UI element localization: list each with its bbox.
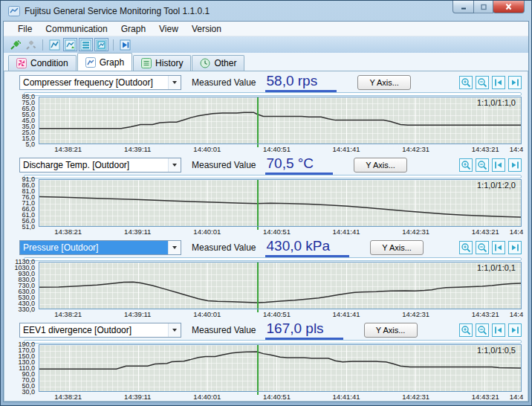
scroll-left-button[interactable] [492,76,505,89]
zoom-in-button[interactable] [459,76,473,89]
zoom-in-button[interactable] [459,323,473,337]
chevron-down-icon[interactable] [168,323,181,337]
scroll-left-button[interactable] [492,158,505,172]
graph-tab-page: Compresser frequency [Outdoor] Measured … [4,71,528,402]
x-axis-labels: 14:38:2114:39:1114:40:0114:40:5114:41:41… [39,392,522,402]
scale-ratio: 1:1,0/1:1,0 [477,98,516,107]
channel-select[interactable]: Discharge Temp. [Outdoor] [19,158,181,173]
series-line [39,97,521,144]
tab-label: Graph [100,57,124,68]
plot-area[interactable]: 1:1,0/1:0,1 [39,262,522,309]
chevron-down-icon[interactable] [168,76,181,89]
scroll-right-button[interactable] [508,158,522,172]
graph-panel: Discharge Temp. [Outdoor] Measured Value… [4,155,528,237]
tab-history[interactable]: History [133,55,191,71]
scroll-right-button[interactable] [508,241,522,254]
series-line [39,262,521,309]
zoom-controls [459,76,522,89]
chevron-down-icon[interactable] [168,158,181,172]
menu-view[interactable]: View [152,22,185,36]
tab-bar: Condition Graph History [4,53,528,71]
graph-zoom-button[interactable] [94,38,108,51]
minimize-icon [460,4,467,10]
zoom-out-button[interactable] [476,241,489,254]
scroll-right-button[interactable] [508,323,522,337]
scale-ratio: 1:1,0/1:2,0 [477,181,516,190]
zoom-in-icon [461,325,471,335]
monitor-start-button[interactable] [118,38,132,51]
scroll-left-button[interactable] [492,323,505,337]
y-axis-labels: 85,075,065,055,045,035,025,015,05,0 [4,97,39,144]
scroll-right-icon [510,77,520,88]
zoom-out-button[interactable] [476,158,489,172]
zoom-out-button[interactable] [476,323,489,337]
chevron-down-icon[interactable] [168,241,181,254]
channel-select-value: Discharge Temp. [Outdoor] [20,158,168,172]
connect-button[interactable] [8,38,22,51]
menu-graph[interactable]: Graph [114,22,152,36]
y-axis-button[interactable]: Y Axis... [370,240,424,255]
minimize-button[interactable] [452,1,474,13]
scroll-left-icon [493,242,504,253]
channel-select[interactable]: Compresser frequency [Outdoor] [19,75,181,90]
graph-auto-scale-button[interactable] [63,38,77,51]
tab-other[interactable]: Other [192,55,244,71]
measured-value: 430,0 kPa [265,238,350,257]
y-axis-button[interactable]: Y Axis... [354,158,407,173]
zoom-out-icon [477,77,487,88]
app-icon [8,6,20,16]
graph-scroll-track[interactable] [24,340,522,344]
cursor-line [257,262,259,309]
graph-layout-button[interactable] [79,38,93,51]
graph-zoom-icon [96,39,107,51]
channel-select[interactable]: Pressure [Outdoor] [19,240,181,255]
zoom-out-button[interactable] [476,76,489,89]
title-bar[interactable]: Fujitsu General Service Monitoring Tool … [3,1,529,21]
zoom-out-icon [477,242,487,253]
graph-scroll-track[interactable] [24,92,522,96]
tab-label: History [155,58,183,68]
zoom-controls [459,158,522,172]
clock-icon [200,58,210,68]
cursor-line [257,345,259,391]
zoom-in-icon [461,77,471,88]
plot-area[interactable]: 1:1,0/1:2,0 [39,179,522,227]
graph-scroll-track[interactable] [24,175,522,178]
channel-select-value: EEV1 divergence [Outdoor] [20,323,168,337]
tab-condition[interactable]: Condition [8,55,77,71]
cursor-line [257,97,259,144]
y-axis-labels: 91,086,081,076,071,066,061,056,051,0 [4,179,39,227]
zoom-in-button[interactable] [459,241,473,254]
maximize-icon [480,4,487,10]
maximize-button[interactable] [473,1,493,13]
graph-scroll-track[interactable] [24,257,522,261]
graph-view-button[interactable] [48,38,62,51]
tab-graph[interactable]: Graph [77,53,132,71]
x-axis-labels: 14:38:2114:39:1114:40:0114:40:5114:41:41… [39,309,522,320]
menu-bar: File Communication Graph View Version [4,22,528,36]
scale-ratio: 1:1,0/1:0,1 [477,263,516,272]
menu-file[interactable]: File [11,22,39,36]
series-line [39,345,521,391]
measured-value-label: Measured Value [192,325,256,335]
disconnect-button[interactable] [24,38,38,51]
scroll-right-button[interactable] [508,76,522,89]
plot-area[interactable]: 1:1,0/1:0,5 [39,344,522,392]
toolbar-separator [42,39,43,51]
measured-value-label: Measured Value [192,242,256,253]
disconnect-icon [25,39,36,51]
zoom-controls [459,323,522,337]
zoom-in-button[interactable] [459,158,473,172]
close-button[interactable] [493,1,525,13]
cursor-line [257,180,259,226]
y-axis-button[interactable]: Y Axis... [357,75,411,90]
tab-label: Condition [30,58,68,68]
channel-select[interactable]: EEV1 divergence [Outdoor] [19,323,181,338]
menu-communication[interactable]: Communication [39,22,114,36]
y-axis-button[interactable]: Y Axis... [364,323,418,338]
monitor-start-icon [120,39,131,51]
plot-area[interactable]: 1:1,0/1:1,0 [39,97,522,144]
menu-version[interactable]: Version [185,22,228,36]
scroll-left-button[interactable] [492,241,505,254]
series-line [39,180,521,226]
